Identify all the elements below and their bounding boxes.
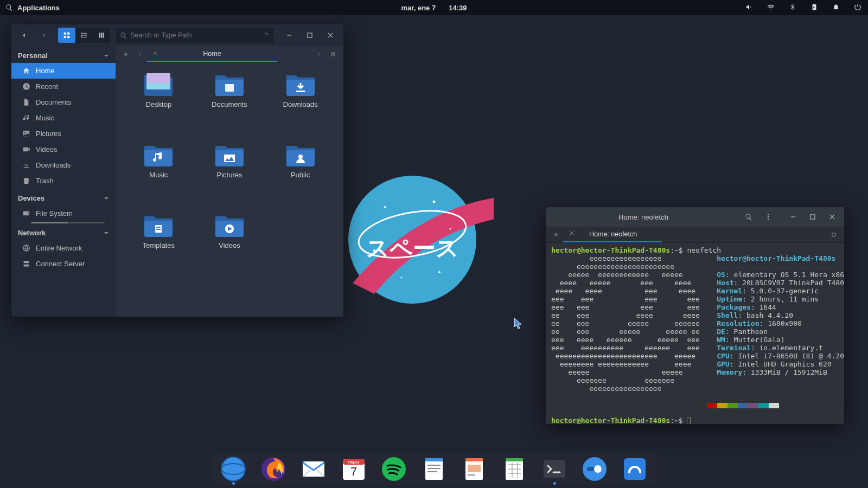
dock-item-firefox[interactable]: [259, 454, 288, 484]
svg-point-8: [438, 271, 441, 273]
terminal-search-button[interactable]: [739, 209, 758, 224]
svg-rect-19: [99, 33, 100, 37]
terminal-tab[interactable]: Home: neofetch: [563, 227, 662, 242]
view-columns-button[interactable]: [93, 28, 110, 43]
folder-pictures[interactable]: Pictures: [214, 143, 245, 179]
folder-grid[interactable]: Desktop Documents Downloads Music Pictur…: [116, 62, 343, 317]
svg-rect-20: [101, 33, 102, 37]
dock-item-terminal[interactable]: [540, 454, 569, 484]
window-maximize-button[interactable]: [300, 28, 320, 43]
new-tab-button[interactable]: [549, 232, 563, 238]
svg-text:FRIDAY: FRIDAY: [348, 461, 360, 464]
panel-time[interactable]: 14:39: [449, 4, 467, 12]
svg-rect-22: [287, 35, 291, 35]
tab-history-forward[interactable]: [312, 51, 326, 57]
dock-item-spotify[interactable]: [379, 454, 409, 484]
panel-date[interactable]: mar, ene 7: [401, 4, 436, 12]
view-icons-button[interactable]: [58, 28, 75, 43]
sidebar-item-music[interactable]: Music: [11, 110, 116, 126]
svg-rect-64: [465, 458, 483, 461]
svg-rect-14: [83, 33, 87, 34]
nav-back-button[interactable]: [15, 28, 33, 43]
sidebar-item-trash[interactable]: Trash: [11, 173, 116, 189]
window-close-button[interactable]: [822, 209, 842, 224]
dock-item-calc[interactable]: [500, 454, 529, 484]
sidebar-item-documents[interactable]: Documents: [11, 94, 116, 110]
tab-restore-button[interactable]: [326, 51, 340, 57]
view-list-button[interactable]: [75, 28, 93, 43]
videos-icon: [22, 145, 30, 153]
dock-item-mail[interactable]: [299, 454, 328, 484]
folder-videos[interactable]: Videos: [214, 213, 245, 249]
search-icon[interactable]: [5, 4, 13, 11]
svg-rect-40: [156, 227, 161, 228]
dock-item-writer[interactable]: [419, 454, 449, 484]
sidebar-item-videos[interactable]: Videos: [11, 142, 116, 157]
folder-templates[interactable]: Templates: [143, 213, 175, 249]
search-icon: [120, 32, 127, 39]
folder-desktop[interactable]: Desktop: [143, 72, 174, 108]
bluetooth-icon[interactable]: [789, 3, 797, 12]
window-close-button[interactable]: [321, 28, 340, 43]
window-maximize-button[interactable]: [803, 209, 822, 224]
applications-menu[interactable]: Applications: [17, 4, 60, 12]
file-manager-main: Home Desktop Documents: [116, 46, 343, 317]
tab-close-button[interactable]: [152, 50, 158, 57]
tab-close-button[interactable]: [569, 230, 575, 238]
svg-point-72: [594, 465, 602, 473]
folder-music[interactable]: Music: [143, 143, 174, 179]
sidebar-section-network[interactable]: Network: [11, 223, 116, 240]
battery-icon[interactable]: [810, 3, 819, 12]
file-manager-tabbar: Home: [116, 46, 343, 62]
sidebar-item-home[interactable]: Home: [11, 63, 116, 79]
svg-rect-41: [156, 229, 161, 230]
notifications-icon[interactable]: [832, 3, 841, 12]
folder-label: Public: [291, 171, 310, 179]
tab-home[interactable]: Home: [147, 46, 277, 62]
volume-icon[interactable]: [745, 3, 754, 12]
svg-point-4: [433, 201, 436, 203]
sidebar-item-connect-server[interactable]: Connect Server: [11, 256, 116, 272]
dock-item-settings[interactable]: [580, 454, 609, 484]
dock-item-calendar[interactable]: FRIDAY7: [339, 454, 368, 484]
folder-public[interactable]: Public: [285, 143, 316, 179]
svg-rect-23: [308, 33, 312, 37]
sidebar-section-devices[interactable]: Devices: [11, 189, 116, 206]
dock-item-impress[interactable]: [459, 454, 489, 484]
mouse-cursor: [514, 318, 524, 332]
svg-rect-13: [81, 33, 82, 34]
sidebar-item-downloads[interactable]: Downloads: [11, 157, 116, 173]
tab-label: Home: [174, 50, 250, 57]
new-tab-button[interactable]: [119, 51, 133, 57]
window-minimize-button[interactable]: [783, 209, 803, 224]
sidebar-section-personal[interactable]: Personal: [11, 46, 116, 63]
window-minimize-button[interactable]: [279, 28, 299, 43]
sidebar-item-pictures[interactable]: Pictures: [11, 126, 116, 142]
folder-documents[interactable]: Documents: [212, 72, 247, 108]
terminal-tab-label: Home: neofetch: [589, 230, 637, 238]
sidebar-item-entire-network[interactable]: Entire Network: [11, 240, 116, 256]
terminal-output[interactable]: hector@hector-ThinkPad-T480s:~$ neofetch…: [546, 243, 844, 424]
tab-history-back[interactable]: [133, 51, 147, 57]
path-search-field[interactable]: [116, 28, 274, 43]
wifi-icon[interactable]: [767, 3, 776, 12]
sidebar-item-recent[interactable]: Recent: [11, 79, 116, 94]
folder-downloads[interactable]: Downloads: [283, 72, 318, 108]
pictures-icon: [22, 130, 30, 138]
path-search-input[interactable]: [130, 31, 259, 39]
drive-icon: [22, 209, 30, 217]
dock-item-appcenter[interactable]: [620, 454, 649, 484]
recent-icon: [22, 82, 30, 91]
terminal-sync-button[interactable]: [827, 232, 841, 238]
reload-icon[interactable]: [263, 32, 270, 39]
terminal-menu-button[interactable]: [758, 209, 778, 224]
dock-item-browser[interactable]: [219, 454, 248, 484]
terminal-tabbar: Home: neofetch: [546, 227, 844, 243]
folder-label: Templates: [143, 241, 175, 249]
nav-forward-button[interactable]: [35, 28, 54, 43]
power-icon[interactable]: [854, 3, 863, 12]
sidebar-item-filesystem[interactable]: File System: [11, 206, 116, 221]
svg-rect-47: [810, 215, 815, 219]
svg-rect-12: [67, 36, 69, 38]
chevron-down-icon: [104, 196, 109, 201]
